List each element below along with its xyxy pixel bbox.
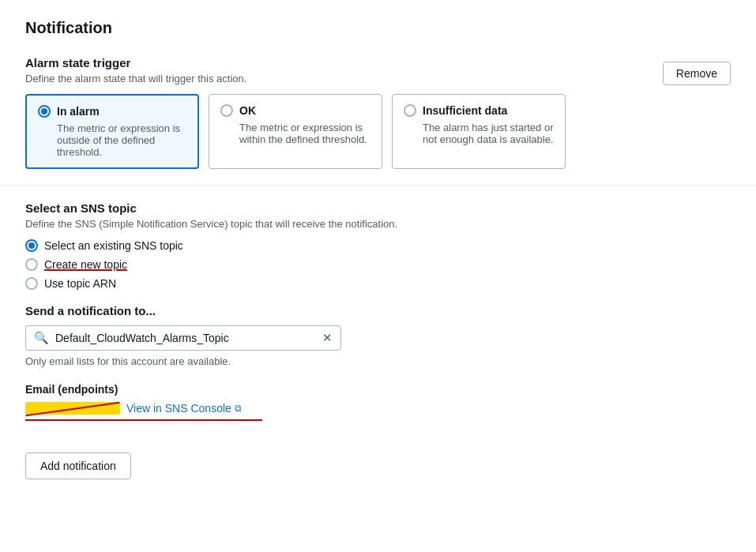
sns-topic-section: Select an SNS topic Define the SNS (Simp… bbox=[25, 201, 731, 290]
view-sns-console-label: View in SNS Console bbox=[126, 402, 231, 415]
redact-line bbox=[25, 402, 119, 417]
alarm-option-ok-desc: The metric or expression is within the d… bbox=[239, 122, 370, 145]
sns-option-existing[interactable]: Select an existing SNS topic bbox=[25, 239, 731, 252]
radio-in-alarm bbox=[38, 105, 51, 118]
alarm-option-in-alarm-label: In alarm bbox=[57, 105, 100, 118]
divider-1 bbox=[0, 185, 756, 186]
email-endpoints-section: Email (endpoints) View in SNS Console ⧉ bbox=[25, 383, 731, 421]
alarm-option-insufficient-data[interactable]: Insufficient data The alarm has just sta… bbox=[392, 94, 566, 169]
search-input[interactable] bbox=[55, 332, 322, 344]
search-icon: 🔍 bbox=[34, 331, 49, 345]
email-endpoints-title: Email (endpoints) bbox=[25, 383, 731, 396]
sns-option-new[interactable]: Create new topic bbox=[25, 258, 731, 271]
add-notification-button[interactable]: Add notification bbox=[25, 452, 131, 479]
sns-option-new-label: Create new topic bbox=[44, 258, 127, 271]
alarm-option-in-alarm-header: In alarm bbox=[38, 105, 186, 118]
alarm-option-ok-header: OK bbox=[220, 104, 370, 117]
alarm-option-insufficient-data-header: Insufficient data bbox=[404, 104, 554, 117]
sns-option-arn[interactable]: Use topic ARN bbox=[25, 277, 731, 290]
search-box[interactable]: 🔍 ✕ bbox=[25, 325, 341, 351]
radio-insufficient-data bbox=[404, 104, 416, 117]
notification-title: Send a notification to... bbox=[25, 304, 731, 317]
alarm-state-section: Alarm state trigger Define the alarm sta… bbox=[25, 56, 731, 169]
redacted-email bbox=[25, 402, 120, 415]
clear-icon[interactable]: ✕ bbox=[322, 331, 333, 345]
alarm-state-options: In alarm The metric or expression is out… bbox=[25, 94, 731, 169]
notification-section: Send a notification to... 🔍 ✕ Only email… bbox=[25, 304, 731, 367]
external-link-icon: ⧉ bbox=[235, 403, 242, 414]
alarm-option-insufficient-data-desc: The alarm has just started or not enough… bbox=[423, 122, 554, 145]
alarm-option-in-alarm-desc: The metric or expression is outside of t… bbox=[57, 122, 186, 158]
remove-button[interactable]: Remove bbox=[663, 62, 731, 85]
radio-new bbox=[25, 258, 38, 271]
page-title: Notification bbox=[25, 19, 731, 37]
sns-option-existing-label: Select an existing SNS topic bbox=[44, 239, 183, 252]
radio-existing bbox=[25, 239, 38, 252]
sns-section-desc: Define the SNS (Simple Notification Serv… bbox=[25, 218, 731, 230]
alarm-state-desc: Define the alarm state that will trigger… bbox=[25, 73, 731, 84]
view-sns-console-link[interactable]: View in SNS Console ⧉ bbox=[126, 402, 242, 415]
radio-arn bbox=[25, 277, 38, 290]
notification-hint: Only email lists for this account are av… bbox=[25, 355, 731, 367]
sns-option-arn-label: Use topic ARN bbox=[44, 277, 116, 290]
radio-ok bbox=[220, 104, 233, 117]
alarm-state-title: Alarm state trigger bbox=[25, 56, 731, 69]
underline-decoration bbox=[25, 419, 262, 421]
alarm-option-ok[interactable]: OK The metric or expression is within th… bbox=[209, 94, 382, 169]
alarm-option-ok-label: OK bbox=[239, 104, 256, 117]
sns-section-title: Select an SNS topic bbox=[25, 201, 731, 215]
email-row: View in SNS Console ⧉ bbox=[25, 402, 731, 415]
alarm-option-insufficient-data-label: Insufficient data bbox=[423, 104, 507, 117]
alarm-option-in-alarm[interactable]: In alarm The metric or expression is out… bbox=[25, 94, 199, 169]
